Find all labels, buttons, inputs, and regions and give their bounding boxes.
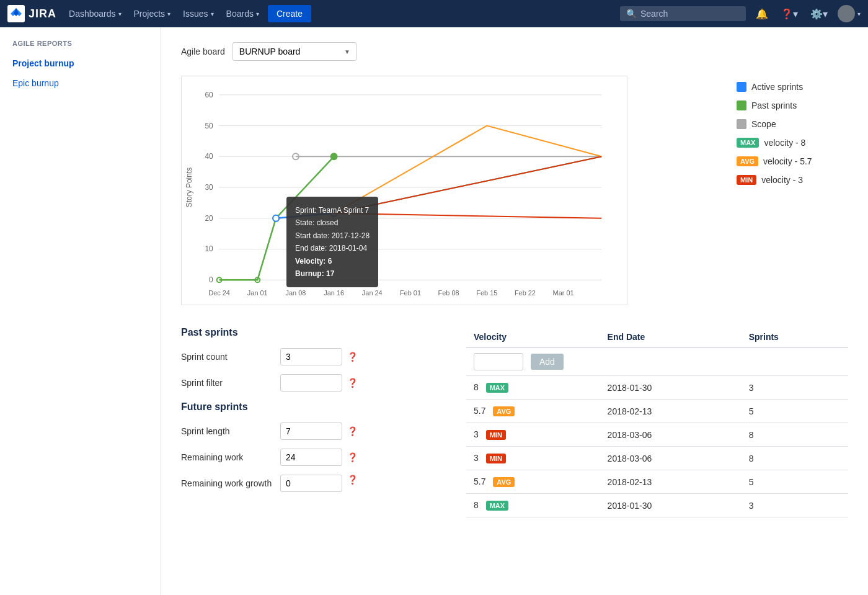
remaining-work-growth-input[interactable] <box>280 475 342 492</box>
top-nav: JIRA Dashboards ▾ Projects ▾ Issues ▾ Bo… <box>0 0 868 27</box>
page-layout: AGILE REPORTS Project burnup Epic burnup… <box>0 27 868 595</box>
sprint-filter-row: Sprint filter ❓ <box>181 374 441 391</box>
remaining-work-growth-label: Remaining work growth <box>181 475 280 488</box>
avatar-chevron-icon[interactable]: ▾ <box>857 11 861 17</box>
velocity-add-button[interactable]: Add <box>531 354 564 370</box>
svg-text:Jan 16: Jan 16 <box>324 289 344 297</box>
svg-text:Feb 01: Feb 01 <box>400 289 421 297</box>
issues-chevron-icon: ▾ <box>211 11 214 17</box>
svg-text:20: 20 <box>205 214 213 223</box>
agile-board-label: Agile board <box>181 47 225 56</box>
help-button[interactable]: ❓▾ <box>776 6 803 22</box>
svg-text:Dec 24: Dec 24 <box>208 289 230 297</box>
velocity-table-section: Velocity End Date Sprints Add 8 MAX <box>466 327 848 517</box>
legend-avg-label: velocity - 5.7 <box>763 156 812 166</box>
legend-avg-velocity: AVG velocity - 5.7 <box>737 156 848 166</box>
agile-board-select-wrapper[interactable]: BURNUP board <box>232 42 356 61</box>
table-row: 8 MAX 2018-01-30 3 <box>466 376 848 400</box>
min-badge: MIN <box>737 175 756 185</box>
active-sprints-color <box>737 82 746 92</box>
sprint-count-row: Sprint count ❓ <box>181 348 441 365</box>
nav-icon-group: 🔔 ❓▾ ⚙️▾ ▾ <box>751 5 861 22</box>
sprint-count-label: Sprint count <box>181 352 280 362</box>
sprint-filter-help-icon[interactable]: ❓ <box>347 378 358 388</box>
scope-color <box>737 119 746 129</box>
table-add-row: Add <box>466 347 848 376</box>
legend-min-velocity: MIN velocity - 3 <box>737 175 848 185</box>
sidebar-item-project-burnup[interactable]: Project burnup <box>0 53 161 73</box>
agile-board-select[interactable]: BURNUP board <box>232 42 356 61</box>
nav-projects[interactable]: Projects ▾ <box>128 0 177 27</box>
legend-past-sprints: Past sprints <box>737 101 848 110</box>
legend-active-sprints-label: Active sprints <box>751 82 803 92</box>
main-content: Agile board BURNUP board <box>161 27 868 595</box>
svg-text:Mar 01: Mar 01 <box>553 289 574 297</box>
remaining-work-input[interactable] <box>280 449 342 466</box>
col-end-date: End Date <box>600 327 742 347</box>
burnup-chart: 60 50 40 30 20 10 0 Story Points Dec 24 … <box>181 76 627 305</box>
remaining-work-help-icon[interactable]: ❓ <box>347 452 358 462</box>
table-row: 8 MAX 2018-01-30 3 <box>466 494 848 517</box>
sidebar: AGILE REPORTS Project burnup Epic burnup <box>0 27 161 595</box>
projects-chevron-icon: ▾ <box>167 11 170 17</box>
svg-text:10: 10 <box>205 244 213 253</box>
agile-board-row: Agile board BURNUP board <box>181 42 848 61</box>
future-sprints-heading: Future sprints <box>181 401 441 413</box>
settings-button[interactable]: ⚙️▾ <box>805 6 833 22</box>
bottom-section: Past sprints Sprint count ❓ Sprint filte… <box>181 327 848 517</box>
velocity-add-input[interactable] <box>474 353 523 370</box>
sprint-count-input[interactable] <box>280 348 342 365</box>
search-input[interactable] <box>640 9 740 19</box>
table-row: 3 MIN 2018-03-06 8 <box>466 423 848 447</box>
svg-text:Feb 08: Feb 08 <box>438 289 459 297</box>
remaining-work-label: Remaining work <box>181 452 280 462</box>
col-velocity: Velocity <box>466 327 600 347</box>
notifications-button[interactable]: 🔔 <box>751 6 773 22</box>
search-bar[interactable]: 🔍 <box>620 6 746 21</box>
user-avatar[interactable] <box>838 5 855 22</box>
nav-dashboards[interactable]: Dashboards ▾ <box>63 0 128 27</box>
svg-text:30: 30 <box>205 183 213 192</box>
svg-text:Feb 22: Feb 22 <box>515 289 536 297</box>
legend-past-sprints-label: Past sprints <box>751 101 797 110</box>
boards-chevron-icon: ▾ <box>256 11 259 17</box>
nav-boards[interactable]: Boards ▾ <box>220 0 265 27</box>
svg-text:50: 50 <box>205 122 213 130</box>
remaining-work-growth-row: Remaining work growth ❓ <box>181 475 441 492</box>
legend-min-label: velocity - 3 <box>761 175 803 185</box>
legend-max-velocity: MAX velocity - 8 <box>737 138 848 148</box>
legend-scope: Scope <box>737 119 848 129</box>
table-row: 3 MIN 2018-03-06 8 <box>466 447 848 470</box>
sidebar-item-epic-burnup[interactable]: Epic burnup <box>0 73 161 93</box>
sprint-length-label: Sprint length <box>181 426 280 436</box>
table-row: 5.7 AVG 2018-02-13 5 <box>466 400 848 423</box>
svg-text:40: 40 <box>205 152 213 161</box>
svg-text:Story Points: Story Points <box>185 168 193 207</box>
sprint-length-input[interactable] <box>280 423 342 440</box>
search-icon: 🔍 <box>626 9 637 19</box>
sprint-filter-input[interactable] <box>280 374 342 391</box>
create-button[interactable]: Create <box>268 5 311 22</box>
svg-text:Jan 01: Jan 01 <box>247 289 268 297</box>
sprint-filter-label: Sprint filter <box>181 378 280 388</box>
past-sprints-heading: Past sprints <box>181 327 441 338</box>
remaining-work-row: Remaining work ❓ <box>181 449 441 466</box>
legend-scope-label: Scope <box>751 119 776 129</box>
chart-wrapper: 60 50 40 30 20 10 0 Story Points Dec 24 … <box>181 76 724 307</box>
svg-text:Feb 15: Feb 15 <box>476 289 497 297</box>
sprint-count-help-icon[interactable]: ❓ <box>347 352 358 362</box>
jira-logo[interactable]: JIRA <box>7 5 56 22</box>
sidebar-section-title: AGILE REPORTS <box>0 40 161 53</box>
avg-badge: AVG <box>737 156 758 166</box>
nav-issues[interactable]: Issues ▾ <box>177 0 219 27</box>
config-section: Past sprints Sprint count ❓ Sprint filte… <box>181 327 441 517</box>
svg-text:0: 0 <box>209 275 213 284</box>
chart-container: 60 50 40 30 20 10 0 Story Points Dec 24 … <box>181 76 848 307</box>
dashboards-chevron-icon: ▾ <box>118 11 122 17</box>
past-sprints-color <box>737 101 746 110</box>
remaining-work-growth-help-icon[interactable]: ❓ <box>347 475 358 485</box>
legend-max-label: velocity - 8 <box>764 138 805 148</box>
chart-legend: Active sprints Past sprints Scope MAX ve… <box>737 76 848 307</box>
svg-point-29 <box>331 153 337 159</box>
sprint-length-help-icon[interactable]: ❓ <box>347 426 358 436</box>
